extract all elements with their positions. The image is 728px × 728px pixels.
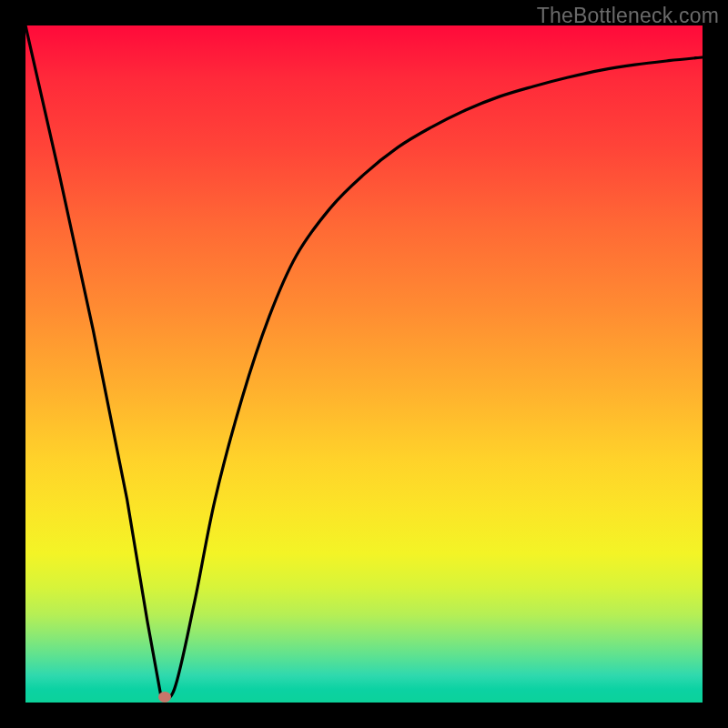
optimum-marker [158,692,171,703]
chart-frame: TheBottleneck.com [0,0,728,728]
bottleneck-curve [25,25,703,703]
plot-area [25,25,703,703]
watermark-text: TheBottleneck.com [537,4,719,28]
